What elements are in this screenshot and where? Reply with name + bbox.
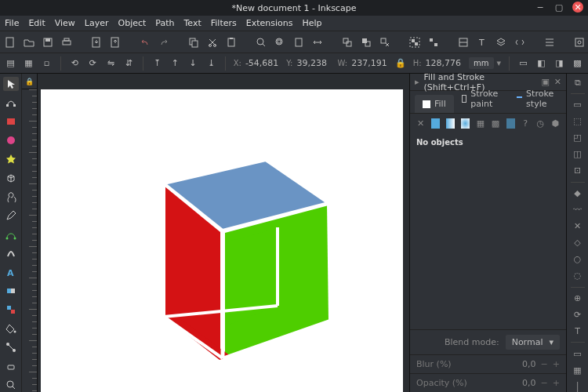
undo-icon[interactable] xyxy=(140,36,151,49)
cut-icon[interactable] xyxy=(207,36,218,49)
zoom-selection-icon[interactable] xyxy=(256,36,267,49)
canvas[interactable] xyxy=(38,89,409,392)
tool-text[interactable]: A xyxy=(3,265,19,279)
opacity-value[interactable]: 0,0 xyxy=(522,378,536,388)
tool-dropper[interactable] xyxy=(3,303,19,317)
redo-icon[interactable] xyxy=(158,36,169,49)
menu-path[interactable]: Path xyxy=(155,18,174,28)
close-button[interactable]: ✕ xyxy=(572,2,583,13)
flip-h-icon[interactable]: ⇋ xyxy=(105,57,117,70)
rotate-ccw-icon[interactable]: ⟲ xyxy=(69,57,81,70)
maximize-button[interactable]: ▢ xyxy=(554,2,564,13)
lock-ratio-icon[interactable]: 🔒 xyxy=(395,57,407,70)
snap-guide[interactable]: │ xyxy=(570,381,586,392)
align-icon[interactable] xyxy=(544,36,555,49)
tool-circle[interactable] xyxy=(3,133,19,147)
ruler-vertical[interactable] xyxy=(22,89,38,392)
raise-icon[interactable]: ↑ xyxy=(169,57,181,70)
ungroup-icon[interactable] xyxy=(428,36,439,49)
menu-edit[interactable]: Edit xyxy=(28,18,45,28)
opacity-plus[interactable]: + xyxy=(553,378,560,388)
tool-connector[interactable] xyxy=(3,340,19,354)
snap-center[interactable]: ⊕ xyxy=(570,292,586,303)
xml-icon[interactable] xyxy=(514,36,525,49)
transform-gradient-icon[interactable]: ◨ xyxy=(554,57,565,70)
rotate-cw-icon[interactable]: ⟳ xyxy=(87,57,99,70)
raise-top-icon[interactable]: ⤒ xyxy=(151,57,163,70)
save-icon[interactable] xyxy=(42,36,53,49)
blur-value[interactable]: 0,0 xyxy=(522,359,536,369)
tab-stroke-style[interactable]: Stroke style xyxy=(509,85,565,113)
tab-stroke-paint[interactable]: Stroke paint xyxy=(454,85,509,113)
menu-extensions[interactable]: Extensions xyxy=(246,18,293,28)
zoom-drawing-icon[interactable] xyxy=(274,36,285,49)
paint-none-icon[interactable]: ✕ xyxy=(416,118,425,129)
cube-drawing[interactable] xyxy=(109,136,368,379)
snap-bbox-edge[interactable]: ⬚ xyxy=(570,116,586,127)
tool-pencil[interactable] xyxy=(3,209,19,223)
clone-icon[interactable] xyxy=(361,36,372,49)
zoom-page-icon[interactable] xyxy=(293,36,304,49)
menu-filters[interactable]: Filters xyxy=(211,18,237,28)
snap-bbox-corner[interactable]: ◰ xyxy=(570,132,586,143)
y-input[interactable]: 39,238 xyxy=(296,57,332,69)
layers-icon[interactable] xyxy=(495,36,506,49)
paint-unknown-icon[interactable] xyxy=(506,118,515,129)
snap-rotation[interactable]: ⟳ xyxy=(570,309,586,320)
unit-select[interactable]: mm xyxy=(469,57,493,69)
text-dialog-icon[interactable]: T xyxy=(477,36,488,49)
snap-cusp[interactable]: ◇ xyxy=(570,238,586,249)
snap-text[interactable]: T xyxy=(570,325,586,336)
paint-linear-icon[interactable] xyxy=(446,118,455,129)
tool-bezier[interactable] xyxy=(3,227,19,241)
tool-node[interactable] xyxy=(3,96,19,110)
paint-help-icon[interactable]: ? xyxy=(521,118,530,129)
w-input[interactable]: 237,191 xyxy=(350,57,389,69)
tool-spiral[interactable] xyxy=(3,190,19,204)
prefs-icon[interactable] xyxy=(574,36,585,49)
h-input[interactable]: 128,776 xyxy=(424,57,463,69)
deselect-icon[interactable]: ▫ xyxy=(41,57,53,70)
snap-midpoint[interactable]: ◌ xyxy=(570,270,586,281)
tool-calligraphy[interactable] xyxy=(3,246,19,260)
snap-node[interactable]: ◆ xyxy=(570,188,586,199)
menu-help[interactable]: Help xyxy=(302,18,321,28)
tab-fill[interactable]: Fill xyxy=(415,95,454,113)
tool-zoom[interactable] xyxy=(3,378,19,392)
select-all-layers-icon[interactable]: ▤ xyxy=(5,57,16,70)
opacity-minus[interactable]: − xyxy=(541,378,548,388)
snap-bbox-center[interactable]: ⊡ xyxy=(570,165,586,176)
unlink-clone-icon[interactable] xyxy=(379,36,390,49)
tool-rect[interactable] xyxy=(3,114,19,129)
paint-pattern-icon[interactable]: ▦ xyxy=(476,118,485,129)
x-input[interactable]: -54,681 xyxy=(244,57,280,69)
import-icon[interactable] xyxy=(91,36,102,49)
paint-shield-icon[interactable]: ⬢ xyxy=(551,118,560,129)
transform-stroke-icon[interactable]: ▭ xyxy=(517,57,529,70)
ruler-corner[interactable]: 🔒 xyxy=(22,74,38,89)
menu-file[interactable]: File xyxy=(5,18,19,28)
lower-icon[interactable]: ↓ xyxy=(187,57,199,70)
snap-smooth[interactable]: ○ xyxy=(570,254,586,265)
menu-view[interactable]: View xyxy=(55,18,75,28)
minimize-button[interactable]: ─ xyxy=(535,2,546,13)
tool-paintbucket[interactable] xyxy=(3,321,19,336)
paste-icon[interactable] xyxy=(226,36,237,49)
menu-text[interactable]: Text xyxy=(184,18,201,28)
transform-pattern-icon[interactable]: ▩ xyxy=(572,57,583,70)
duplicate-icon[interactable] xyxy=(342,36,353,49)
flip-v-icon[interactable]: ⇵ xyxy=(123,57,135,70)
tool-eraser[interactable] xyxy=(3,359,19,373)
snap-path[interactable]: 〰 xyxy=(570,205,586,216)
snap-bbox-mid[interactable]: ◫ xyxy=(570,149,586,160)
tool-selector[interactable] xyxy=(3,77,19,91)
snap-page[interactable]: ▭ xyxy=(570,348,586,359)
tool-gradient[interactable] xyxy=(3,284,19,298)
tool-star[interactable] xyxy=(3,152,19,166)
collapse-icon[interactable]: ▸ xyxy=(415,77,419,87)
snap-bbox[interactable]: ▭ xyxy=(570,100,586,111)
paint-swatch-icon[interactable]: ▩ xyxy=(491,118,499,129)
snap-intersect[interactable]: ✕ xyxy=(570,221,586,232)
snap-enable[interactable]: ⧉ xyxy=(570,77,586,88)
copy-icon[interactable] xyxy=(188,36,199,49)
